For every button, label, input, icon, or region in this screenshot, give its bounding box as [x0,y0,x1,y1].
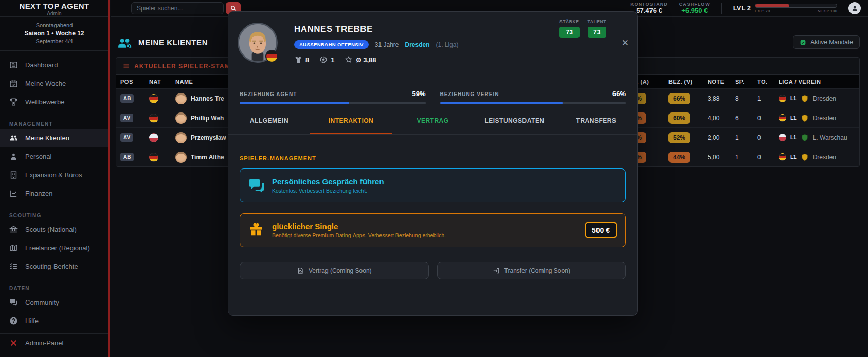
contract-icon [297,267,304,274]
sidebar-item-meine-klienten[interactable]: Meine Klienten [0,129,109,147]
talk-action-card[interactable]: Persönliches Gespräch führen Kostenlos. … [240,168,626,202]
calendar-icon [9,79,18,88]
staerke-badge: 73 [559,27,580,38]
player-name: Phillip Weh [191,115,224,122]
relation-club-badge: 52% [668,132,690,143]
matches-cell: 8 [731,95,753,102]
flag-germany-icon [149,114,158,123]
col-note: NOTE [703,79,731,85]
club-name: Dresden [813,95,836,102]
next-label: NEXT: 100 [818,9,837,13]
matches-cell: 1 [731,154,753,161]
sidebar-item-admin-panel[interactable]: Admin-Panel [0,333,109,352]
date-block: Sonntagabend Saison 1 • Woche 12 Septemb… [0,17,109,51]
user-avatar[interactable] [848,2,861,14]
sidebar-item-wettbewerbe[interactable]: Wettbewerbe [0,93,109,111]
sidebar-item-label: Admin-Panel [25,339,63,347]
active-mandates-button[interactable]: Aktive Mandate [793,35,860,49]
flag-germany-icon [779,95,786,102]
league-tag: L1 [790,154,797,160]
tab-vertrag[interactable]: VERTRAG [392,109,474,134]
relationship-agent-label: BEZIEHUNG AGENT [240,91,297,97]
person-icon [9,152,18,161]
flag-germany-icon [149,94,158,103]
matches-cell: 1 [731,134,753,141]
sidebar-item-dashboard[interactable]: Dashboard [0,56,109,74]
users-icon [9,134,18,142]
app-root: KONTOSTAND 57.476 € CASHFLOW +6.950 € LV… [0,0,868,357]
sidebar-item-community[interactable]: Community [0,293,109,312]
ratings-block: STÄRKE 73 TALENT 73 [559,19,606,38]
exp-label: EXP: 70 [755,9,770,13]
gift-action-title: glücklicher Single [272,222,446,231]
club-crest-icon [801,114,809,122]
trophy-icon [9,98,18,106]
relationship-verein: BEZIEHUNG VEREIN 66% [440,90,626,109]
dashboard-icon [9,61,18,69]
relationship-agent-bar [240,102,426,104]
club-crest-icon [801,153,809,161]
player-search [131,2,241,14]
sidebar-item-label: Finanzen [25,190,52,197]
rating-cell: 4,00 [703,115,731,122]
tab-interaktion[interactable]: INTERAKTION [310,109,392,134]
app-title: NEXT TOP AGENT [0,2,109,10]
sidebar-item-scouting-berichte[interactable]: Scouting-Berichte [0,257,109,276]
gift-price-button[interactable]: 500 € [585,222,617,238]
position-badge: AB [120,153,134,161]
xp-progress-fill [755,4,789,7]
sidebar-item-label: Dashboard [25,61,58,69]
date-month: September 4/4 [0,37,109,45]
app-role: Admin [0,11,109,16]
brand: NEXT TOP AGENT Admin [0,0,109,17]
sidebar-item-meine-woche[interactable]: Meine Woche [0,74,109,93]
xp-progressbar [755,4,837,8]
date-weekday: Sonntagabend [0,22,109,29]
close-icon[interactable]: ✕ [622,39,629,47]
cashflow: CASHFLOW +6.950 € [679,2,710,14]
sidebar-item-label: Wettbewerbe [25,98,64,106]
search-input[interactable] [131,2,224,14]
matches-stat: 8 [294,55,309,64]
vertrag-coming-soon-button[interactable]: Vertrag (Coming Soon) [240,262,429,279]
tab-leistungsdaten[interactable]: LEISTUNGSDATEN [474,109,555,134]
col-sp: SP. [731,79,753,85]
sidebar-item-label: Scouting-Berichte [25,262,78,270]
sidebar-item-label: Hilfe [25,317,39,325]
player-club-link[interactable]: Dresden [405,41,429,48]
gift-action-card[interactable]: glücklicher Single Benötigt diverse Prem… [240,213,626,247]
player-age: 31 Jahre [375,41,399,48]
topbar-divider [721,3,722,14]
sidebar-item-expansion[interactable]: Expansion & Büros [0,166,109,184]
player-stats-row: 8 1 Ø 3,88 [294,55,637,64]
tab-allgemein[interactable]: ALLGEMEIN [228,109,310,134]
position-badge: AV [120,114,133,122]
sidebar-item-personal[interactable]: Personal [0,147,109,166]
sidebar-section-management: MANAGEMENT [0,115,109,129]
rating-cell: 3,88 [703,95,731,102]
talent-badge: 73 [588,27,607,38]
goals-cell: 0 [753,154,774,161]
topbar-right: KONTOSTAND 57.476 € CASHFLOW +6.950 € LV… [630,2,868,14]
talk-action-subtitle: Kostenlos. Verbessert Beziehung leicht. [272,187,384,194]
talk-action-title: Persönliches Gespräch führen [272,177,384,186]
transfer-coming-soon-button[interactable]: Transfer (Coming Soon) [437,262,626,279]
date-season-week: Saison 1 • Woche 12 [0,29,109,37]
player-avatar [175,93,187,104]
sidebar-item-hilfe[interactable]: Hilfe [0,312,109,330]
modal-body: SPIELER-MANAGEMENT Persönliches Gespräch… [228,135,637,279]
list-check-icon [9,262,18,271]
sidebar-item-scouts-national[interactable]: Scouts (National) [0,220,109,239]
relationship-agent-value: 59% [412,90,425,98]
sidebar-section-scouting: SCOUTING [0,206,109,220]
nationality-flag-germany-icon [265,50,278,63]
tab-transfers[interactable]: TRANSFERS [555,109,637,134]
sidebar-item-freelancer-regional[interactable]: Freelancer (Regional) [0,239,109,257]
sidebar-item-label: Meine Woche [25,80,66,87]
clients-icon [117,35,132,49]
flag-poland-icon [779,134,786,141]
league-tag: L1 [790,96,797,101]
page-title: MEINE KLIENTEN [138,38,208,47]
sidebar-item-finanzen[interactable]: Finanzen [0,184,109,203]
admin-tools-icon [9,339,18,347]
